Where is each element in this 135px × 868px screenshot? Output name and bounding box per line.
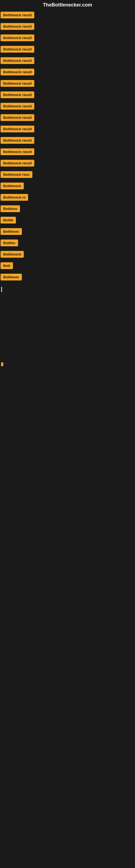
bottleneck-badge-8[interactable]: Bottleneck result — [1, 91, 34, 98]
bottleneck-badge-15[interactable]: Bottleneck resu — [1, 171, 32, 178]
empty-section-1 — [0, 296, 135, 328]
bottleneck-badge-13[interactable]: Bottleneck result — [1, 148, 34, 155]
row-22: Bottleneck — [0, 249, 135, 261]
badge-label-10: Bottleneck result — [3, 116, 32, 120]
row-3: Bottleneck result — [0, 33, 135, 44]
row-23: Bott — [0, 261, 135, 272]
row-12: Bottleneck result — [0, 135, 135, 147]
badge-label-5: Bottleneck result — [3, 59, 32, 63]
row-11: Bottleneck result — [0, 124, 135, 135]
row-2: Bottleneck result — [0, 22, 135, 33]
bottleneck-badge-14[interactable]: Bottleneck result — [1, 160, 34, 166]
bottleneck-badge-22[interactable]: Bottleneck — [1, 251, 24, 258]
row-24: Bottlenec — [0, 272, 135, 283]
site-title-text: TheBottlenecker.com — [43, 2, 92, 8]
badge-label-18: Bottlene — [3, 207, 17, 211]
bottleneck-badge-4[interactable]: Bottleneck result — [1, 46, 34, 53]
row-14: Bottleneck result — [0, 158, 135, 169]
bottleneck-badge-2[interactable]: Bottleneck result — [1, 23, 34, 30]
badge-label-12: Bottleneck result — [3, 138, 32, 143]
badge-label-8: Bottleneck result — [3, 93, 32, 97]
row-19: Bottle — [0, 215, 135, 226]
empty-section-4 — [0, 404, 135, 437]
badge-label-14: Bottleneck result — [3, 161, 32, 165]
badge-label-24: Bottlenec — [3, 275, 19, 279]
bottleneck-badge-17[interactable]: Bottleneck re — [1, 194, 28, 201]
row-18: Bottlene — [0, 204, 135, 215]
badge-label-13: Bottleneck result — [3, 150, 32, 154]
bottleneck-badge-18[interactable]: Bottlene — [1, 205, 20, 212]
bottleneck-badge-11[interactable]: Bottleneck result — [1, 126, 34, 132]
row-indicator — [0, 283, 135, 296]
bottleneck-badge-3[interactable]: Bottleneck result — [1, 34, 34, 41]
badge-label-4: Bottleneck result — [3, 47, 32, 51]
badge-label-1: Bottleneck result — [3, 13, 32, 17]
bottleneck-badge-24[interactable]: Bottlenec — [1, 274, 22, 280]
row-1: Bottleneck result — [0, 10, 135, 22]
row-17: Bottleneck re — [0, 192, 135, 204]
row-15: Bottleneck resu — [0, 169, 135, 181]
badge-label-15: Bottleneck resu — [3, 173, 30, 177]
row-16: Bottleneck — [0, 181, 135, 192]
badge-label-22: Bottleneck — [3, 252, 21, 256]
row-21: Bottlen — [0, 238, 135, 249]
badge-label-11: Bottleneck result — [3, 127, 32, 131]
badge-label-6: Bottleneck result — [3, 70, 32, 74]
row-9: Bottleneck result — [0, 101, 135, 113]
bottleneck-badge-23[interactable]: Bott — [1, 262, 13, 269]
row-4: Bottleneck result — [0, 44, 135, 56]
row-8: Bottleneck result — [0, 90, 135, 101]
badge-label-2: Bottleneck result — [3, 24, 32, 29]
bottleneck-items-container: Bottleneck result Bottleneck result Bott… — [0, 10, 135, 475]
bottleneck-badge-12[interactable]: Bottleneck result — [1, 137, 34, 144]
bottleneck-badge-10[interactable]: Bottleneck result — [1, 114, 34, 121]
bottleneck-badge-1[interactable]: Bottleneck result — [1, 12, 34, 19]
badge-label-7: Bottleneck result — [3, 82, 32, 86]
empty-section-2 — [0, 328, 135, 361]
bottleneck-badge-19[interactable]: Bottle — [1, 217, 16, 223]
row-10: Bottleneck result — [0, 113, 135, 124]
small-bar-indicator — [1, 287, 2, 292]
bottleneck-badge-7[interactable]: Bottleneck result — [1, 80, 34, 87]
bottleneck-badge-6[interactable]: Bottleneck result — [1, 69, 34, 75]
badge-label-3: Bottleneck result — [3, 36, 32, 40]
bottleneck-badge-21[interactable]: Bottlen — [1, 240, 18, 246]
bottleneck-badge-16[interactable]: Bottleneck — [1, 183, 24, 189]
bottleneck-badge-9[interactable]: Bottleneck result — [1, 103, 34, 110]
row-5: Bottleneck result — [0, 56, 135, 67]
row-13: Bottleneck result — [0, 147, 135, 158]
row-6: Bottleneck result — [0, 67, 135, 79]
empty-section-3 — [0, 372, 135, 404]
tiny-bar-indicator — [1, 362, 3, 366]
badge-label-21: Bottlen — [3, 241, 15, 245]
row-tiny-indicator — [0, 361, 135, 372]
row-20: Bottlenec — [0, 226, 135, 238]
bottleneck-badge-5[interactable]: Bottleneck result — [1, 57, 34, 64]
badge-label-16: Bottleneck — [3, 184, 21, 188]
badge-label-9: Bottleneck result — [3, 104, 32, 108]
bottleneck-badge-20[interactable]: Bottlenec — [1, 228, 22, 235]
badge-label-17: Bottleneck re — [3, 195, 26, 199]
badge-label-19: Bottle — [3, 218, 13, 222]
empty-section-5 — [0, 437, 135, 469]
site-title: TheBottlenecker.com — [0, 0, 135, 10]
badge-label-20: Bottlenec — [3, 229, 19, 234]
row-7: Bottleneck result — [0, 79, 135, 90]
badge-label-23: Bott — [3, 264, 10, 268]
